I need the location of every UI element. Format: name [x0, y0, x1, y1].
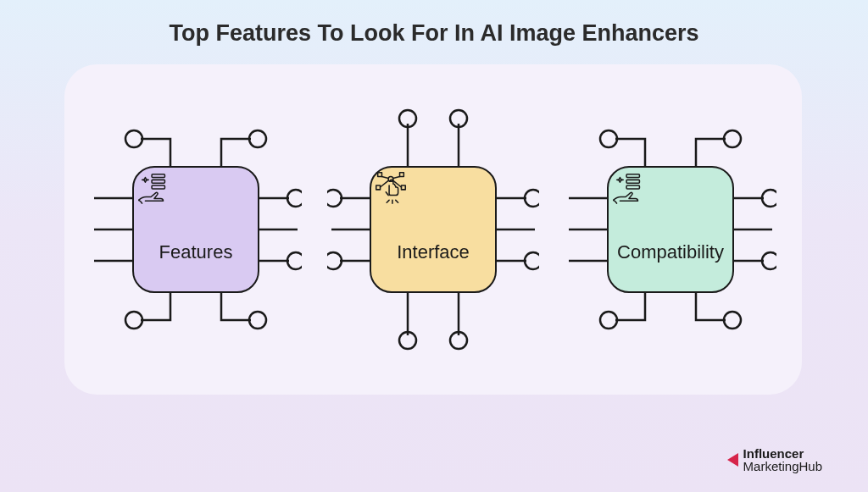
svg-rect-21: [400, 173, 404, 177]
brand-line2: MarketingHub: [743, 459, 822, 473]
svg-point-6: [125, 312, 142, 329]
chip-core: Compatibility: [607, 166, 734, 293]
chip-core: Features: [132, 166, 259, 293]
svg-point-16: [525, 252, 539, 269]
chip-features: Features: [90, 98, 302, 361]
chip-label: Interface: [397, 241, 470, 263]
chip-core: Interface: [370, 166, 497, 293]
content-panel: Features: [64, 64, 802, 395]
svg-point-24: [600, 130, 617, 147]
svg-point-4: [287, 190, 302, 207]
svg-point-14: [327, 252, 342, 269]
page-title: Top Features To Look For In AI Image Enh…: [0, 0, 868, 47]
svg-rect-32: [626, 185, 639, 189]
svg-point-0: [125, 130, 142, 147]
brand-text: Influencer MarketingHub: [743, 447, 822, 474]
chip-compatibility: Compatibility: [565, 98, 776, 361]
svg-point-5: [287, 252, 302, 269]
svg-point-13: [327, 190, 342, 207]
chip-label: Features: [159, 241, 233, 263]
svg-point-26: [762, 190, 776, 207]
svg-rect-22: [376, 185, 381, 190]
svg-point-25: [724, 130, 741, 147]
svg-point-1: [249, 130, 266, 147]
svg-rect-9: [152, 180, 164, 183]
svg-rect-10: [152, 185, 164, 189]
brand-line1: Influencer: [743, 446, 804, 461]
svg-point-28: [600, 312, 617, 329]
svg-rect-20: [378, 173, 382, 177]
svg-point-15: [525, 190, 539, 207]
brand-logo: Influencer MarketingHub: [727, 447, 822, 474]
chip-row: Features: [64, 64, 802, 395]
brand-triangle-icon: [727, 453, 738, 467]
svg-point-29: [724, 312, 741, 329]
svg-rect-8: [152, 174, 164, 178]
chip-label: Compatibility: [617, 241, 724, 263]
svg-point-27: [762, 252, 776, 269]
chip-interface: Interface: [327, 98, 539, 361]
svg-point-7: [249, 312, 266, 329]
svg-rect-30: [626, 174, 639, 178]
svg-rect-31: [626, 180, 639, 183]
svg-rect-23: [401, 185, 405, 190]
